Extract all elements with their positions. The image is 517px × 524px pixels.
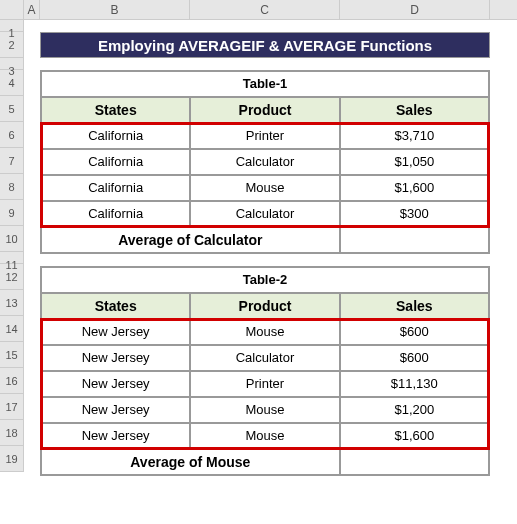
cell-product[interactable]: Mouse xyxy=(190,397,339,423)
cell-sales[interactable]: $1,050 xyxy=(340,149,489,175)
row-header[interactable]: 19 xyxy=(0,446,24,472)
cell-state[interactable]: New Jersey xyxy=(41,397,190,423)
row-header[interactable]: 5 xyxy=(0,96,24,122)
table-row[interactable]: California Mouse $1,600 xyxy=(41,175,489,201)
table-2-data-selection: New Jersey Mouse $600 New Jersey Calcula… xyxy=(41,319,489,449)
column-headers: A B C D xyxy=(0,0,517,20)
table-2-header: States Product Sales xyxy=(41,293,489,319)
cell-product[interactable]: Printer xyxy=(190,371,339,397)
table-1-title: Table-1 xyxy=(41,71,489,97)
cell-state[interactable]: New Jersey xyxy=(41,423,190,449)
row-header[interactable]: 17 xyxy=(0,394,24,420)
table-2-avg-row: Average of Mouse xyxy=(41,449,489,475)
header-states: States xyxy=(41,97,190,123)
cell-sales[interactable]: $3,710 xyxy=(340,123,489,149)
cell-sales[interactable]: $1,600 xyxy=(340,175,489,201)
row-header[interactable]: 3 xyxy=(0,58,24,70)
row-header[interactable]: 10 xyxy=(0,226,24,252)
row-header[interactable]: 4 xyxy=(0,70,24,96)
cell-product[interactable]: Mouse xyxy=(190,423,339,449)
cell-sales[interactable]: $11,130 xyxy=(340,371,489,397)
table-row[interactable]: New Jersey Printer $11,130 xyxy=(41,371,489,397)
cell-product[interactable]: Mouse xyxy=(190,175,339,201)
cell-state[interactable]: New Jersey xyxy=(41,345,190,371)
header-sales: Sales xyxy=(340,293,489,319)
row-headers: 1 2 3 4 5 6 7 8 9 10 11 12 13 14 15 16 1… xyxy=(0,20,24,472)
avg-calculator-label: Average of Calculator xyxy=(41,227,340,253)
avg-calculator-value[interactable] xyxy=(340,227,489,253)
row-header[interactable]: 6 xyxy=(0,122,24,148)
col-header-b[interactable]: B xyxy=(40,0,190,19)
cell-product[interactable]: Calculator xyxy=(190,201,339,227)
cell-product[interactable]: Mouse xyxy=(190,319,339,345)
table-row[interactable]: California Calculator $1,050 xyxy=(41,149,489,175)
header-product: Product xyxy=(190,293,339,319)
cell-state[interactable]: California xyxy=(41,175,190,201)
table-row[interactable]: California Printer $3,710 xyxy=(41,123,489,149)
header-product: Product xyxy=(190,97,339,123)
avg-mouse-label: Average of Mouse xyxy=(41,449,340,475)
sheet-content: Employing AVERAGEIF & AVERAGE Functions … xyxy=(40,20,490,476)
col-header-a[interactable]: A xyxy=(24,0,40,19)
table-row[interactable]: New Jersey Mouse $1,600 xyxy=(41,423,489,449)
select-all-corner[interactable] xyxy=(0,0,24,19)
cell-sales[interactable]: $1,200 xyxy=(340,397,489,423)
row-header[interactable]: 11 xyxy=(0,252,24,264)
row-header[interactable]: 15 xyxy=(0,342,24,368)
cell-product[interactable]: Calculator xyxy=(190,149,339,175)
col-header-c[interactable]: C xyxy=(190,0,340,19)
table-1-data-selection: California Printer $3,710 California Cal… xyxy=(41,123,489,227)
row-header[interactable]: 9 xyxy=(0,200,24,226)
row-header[interactable]: 1 xyxy=(0,20,24,32)
cell-state[interactable]: California xyxy=(41,123,190,149)
cell-sales[interactable]: $300 xyxy=(340,201,489,227)
table-2: Table-2 States Product Sales New Jersey … xyxy=(40,266,490,476)
cell-state[interactable]: California xyxy=(41,149,190,175)
table-row[interactable]: New Jersey Calculator $600 xyxy=(41,345,489,371)
col-header-d[interactable]: D xyxy=(340,0,490,19)
cell-sales[interactable]: $1,600 xyxy=(340,423,489,449)
table-row[interactable]: California Calculator $300 xyxy=(41,201,489,227)
cell-product[interactable]: Calculator xyxy=(190,345,339,371)
cell-sales[interactable]: $600 xyxy=(340,319,489,345)
header-states: States xyxy=(41,293,190,319)
cell-state[interactable]: New Jersey xyxy=(41,319,190,345)
row-header[interactable]: 12 xyxy=(0,264,24,290)
table-row[interactable]: New Jersey Mouse $1,200 xyxy=(41,397,489,423)
cell-state[interactable]: California xyxy=(41,201,190,227)
row-header[interactable]: 13 xyxy=(0,290,24,316)
table-2-title: Table-2 xyxy=(41,267,489,293)
cell-sales[interactable]: $600 xyxy=(340,345,489,371)
table-1-avg-row: Average of Calculator xyxy=(41,227,489,253)
cell-state[interactable]: New Jersey xyxy=(41,371,190,397)
spreadsheet: A B C D 1 2 3 4 5 6 7 8 9 10 11 12 13 14… xyxy=(0,0,517,524)
row-header[interactable]: 16 xyxy=(0,368,24,394)
row-header[interactable]: 18 xyxy=(0,420,24,446)
header-sales: Sales xyxy=(340,97,489,123)
row-header[interactable]: 7 xyxy=(0,148,24,174)
row-header[interactable]: 2 xyxy=(0,32,24,58)
row-header[interactable]: 8 xyxy=(0,174,24,200)
table-1: Table-1 States Product Sales California … xyxy=(40,70,490,254)
avg-mouse-value[interactable] xyxy=(340,449,489,475)
table-row[interactable]: New Jersey Mouse $600 xyxy=(41,319,489,345)
page-title: Employing AVERAGEIF & AVERAGE Functions xyxy=(40,32,490,58)
table-1-header: States Product Sales xyxy=(41,97,489,123)
cell-product[interactable]: Printer xyxy=(190,123,339,149)
row-header[interactable]: 14 xyxy=(0,316,24,342)
